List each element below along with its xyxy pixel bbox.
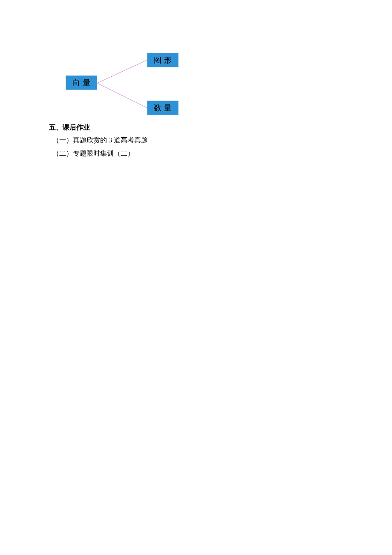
homework-item: （二）专题限时集训（二）: [49, 147, 343, 160]
section-heading: 五、课后作业: [49, 121, 343, 134]
node-root: 向量: [66, 75, 97, 90]
connector-lines: [0, 0, 392, 119]
node-branch-top: 图形: [147, 53, 179, 67]
node-branch-bottom: 数量: [147, 101, 179, 115]
concept-diagram: 向量 图形 数量: [0, 0, 392, 119]
text-content: 五、课后作业 （一）真题欣赏的 3 道高考真题 （二）专题限时集训（二）: [49, 121, 343, 160]
svg-line-1: [97, 83, 147, 108]
svg-line-0: [97, 60, 147, 83]
homework-item: （一）真题欣赏的 3 道高考真题: [49, 134, 343, 147]
